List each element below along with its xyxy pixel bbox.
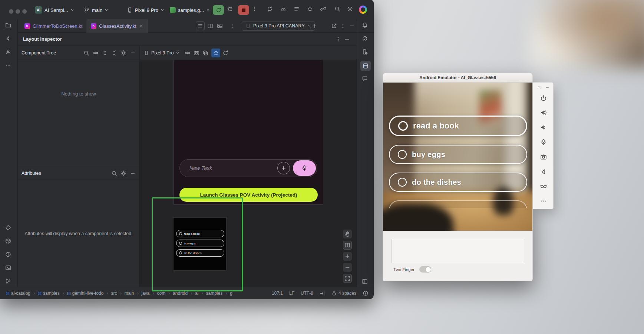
breadcrumb-item[interactable]: gemini-live-todo	[72, 291, 104, 296]
voice-input-button[interactable]	[293, 160, 316, 176]
visibility-eye-icon[interactable]	[185, 50, 191, 56]
editor-tab-glimmer[interactable]: K GlimmerToDoScreen.kt	[20, 19, 87, 33]
minimize-icon[interactable]	[130, 50, 136, 56]
build-box-icon[interactable]	[5, 238, 11, 244]
line-separator[interactable]: LF	[289, 291, 294, 296]
radio-circle-icon[interactable]	[398, 121, 408, 131]
status-info-icon[interactable]	[363, 290, 369, 296]
panel-options-kebab-icon[interactable]	[340, 23, 346, 29]
breadcrumb-item[interactable]: android	[173, 291, 188, 296]
tab-close-icon[interactable]	[139, 24, 143, 28]
todo-pill[interactable]: buy eggs	[389, 145, 527, 164]
profiler-icon[interactable]	[280, 6, 286, 12]
indent-icon[interactable]	[320, 291, 325, 296]
glasses-display-preview[interactable]: read a book buy eggs do the dishes	[173, 217, 227, 271]
stop-button[interactable]	[238, 5, 249, 15]
layout-inspector-tool-button[interactable]	[360, 61, 371, 71]
more-controls-button[interactable]	[539, 197, 548, 205]
visibility-eye-icon[interactable]	[93, 50, 99, 56]
cursor-position[interactable]: 107:1	[272, 291, 283, 296]
device-screen-render[interactable]: New Task Launch Glasses POV Activity (Pr…	[174, 60, 323, 205]
project-widget[interactable]: AI AI Sampl...	[35, 6, 74, 14]
split-view-icon[interactable]	[207, 23, 213, 29]
breadcrumb-item[interactable]: com	[157, 291, 165, 296]
run-config-selector[interactable]: samples.g...	[170, 6, 210, 14]
terminal-icon[interactable]	[5, 265, 11, 271]
gradle-tool-icon[interactable]	[362, 36, 368, 41]
layers-icon[interactable]	[202, 50, 208, 56]
todo-pill[interactable]: read a book	[389, 116, 527, 136]
add-task-button[interactable]	[277, 162, 290, 174]
sync-project-icon[interactable]	[267, 6, 273, 12]
debug-bug-icon[interactable]	[227, 6, 233, 12]
expand-all-icon[interactable]	[102, 50, 108, 56]
problems-icon[interactable]	[5, 251, 11, 257]
volume-up-button[interactable]	[539, 108, 548, 117]
settings-gear-icon[interactable]	[120, 170, 126, 176]
compare-screens-button[interactable]	[343, 241, 352, 250]
settings-gear-icon[interactable]	[120, 50, 126, 56]
search-icon[interactable]	[111, 170, 117, 176]
zoom-in-button[interactable]	[343, 252, 352, 261]
more-tools-icon[interactable]	[5, 62, 11, 68]
rerun-button[interactable]	[213, 5, 224, 15]
settings-gear-icon[interactable]	[347, 6, 353, 12]
launch-pov-button[interactable]: Launch Glasses POV Activity (Projected)	[179, 188, 318, 202]
power-button[interactable]	[539, 94, 548, 102]
list-view-toggle[interactable]	[196, 21, 205, 30]
todo-pill[interactable]: do the dishes	[389, 173, 527, 192]
volume-down-button[interactable]	[539, 123, 548, 131]
refresh-icon[interactable]	[222, 50, 228, 56]
device-manager-icon[interactable]	[362, 49, 368, 55]
breadcrumb-item[interactable]: samples	[43, 291, 60, 296]
preview-device-selector[interactable]: Pixel 9 Pro	[144, 49, 179, 57]
profile-avatar-icon[interactable]	[359, 6, 367, 14]
screenshot-camera-icon[interactable]	[194, 50, 199, 56]
breadcrumb-item[interactable]: ai-catalog	[11, 291, 30, 296]
running-device-tab[interactable]: Pixel 9 Pro API CANARY	[242, 21, 315, 31]
minimize-icon[interactable]	[130, 170, 136, 176]
user-icon[interactable]	[5, 49, 11, 55]
file-encoding[interactable]: UTF-8	[301, 291, 313, 296]
version-control-branch-icon[interactable]	[5, 278, 11, 284]
commit-icon[interactable]	[5, 36, 11, 41]
panel-minimize-icon[interactable]	[344, 36, 350, 42]
tab-options-kebab-icon[interactable]	[229, 23, 235, 29]
indent-widget[interactable]: 4 spaces	[331, 291, 356, 296]
todo-pill[interactable]: do the dishes	[176, 249, 224, 257]
todo-pill[interactable]: buy eggs	[176, 240, 224, 247]
tab-close-icon[interactable]	[307, 24, 311, 28]
input-preview-box[interactable]	[392, 239, 525, 263]
breadcrumb-item[interactable]: java	[141, 291, 149, 296]
dependencies-diamond-icon[interactable]	[5, 225, 11, 231]
emulator-close-icon[interactable]	[537, 85, 541, 90]
breadcrumb-item[interactable]: main	[124, 291, 134, 296]
project-folder-icon[interactable]	[5, 22, 11, 28]
radio-circle-icon[interactable]	[398, 178, 407, 187]
app-inspection-icon[interactable]	[307, 6, 313, 12]
window-layout-icon[interactable]	[362, 278, 368, 284]
assistant-chat-icon[interactable]	[362, 76, 368, 81]
hide-panel-minus-icon[interactable]	[349, 23, 355, 29]
panel-options-kebab-icon[interactable]	[335, 36, 341, 42]
glasses-mode-button[interactable]	[539, 182, 548, 190]
breadcrumb-item[interactable]: samples	[206, 291, 223, 296]
todo-pill[interactable]: read a book	[176, 230, 224, 237]
editor-tab-glasses-activity[interactable]: K GlassesActivity.kt	[86, 19, 148, 33]
breadcrumb-item[interactable]: src	[111, 291, 117, 296]
traffic-zoom-button[interactable]	[22, 9, 27, 14]
vcs-branch-widget[interactable]: main	[84, 6, 108, 14]
mode-3d-toggle[interactable]	[211, 49, 220, 57]
search-everywhere-icon[interactable]	[334, 6, 340, 12]
emulator-screen[interactable]: read a book buy eggs do the dishes	[383, 83, 532, 231]
breadcrumb-item[interactable]: ai	[195, 291, 198, 296]
new-task-field[interactable]: New Task	[179, 159, 317, 177]
device-mirror-link-icon[interactable]	[320, 6, 326, 12]
traffic-close-button[interactable]	[9, 9, 13, 14]
emulator-minimize-icon[interactable]	[545, 85, 549, 90]
logcat-icon[interactable]	[294, 6, 300, 12]
add-device-tab-icon[interactable]	[311, 23, 317, 29]
more-actions-kebab-icon[interactable]	[251, 6, 257, 12]
emulator-title-bar[interactable]: Android Emulator - AI_Glasses:5556	[383, 73, 532, 83]
radio-circle-icon[interactable]	[398, 150, 407, 159]
